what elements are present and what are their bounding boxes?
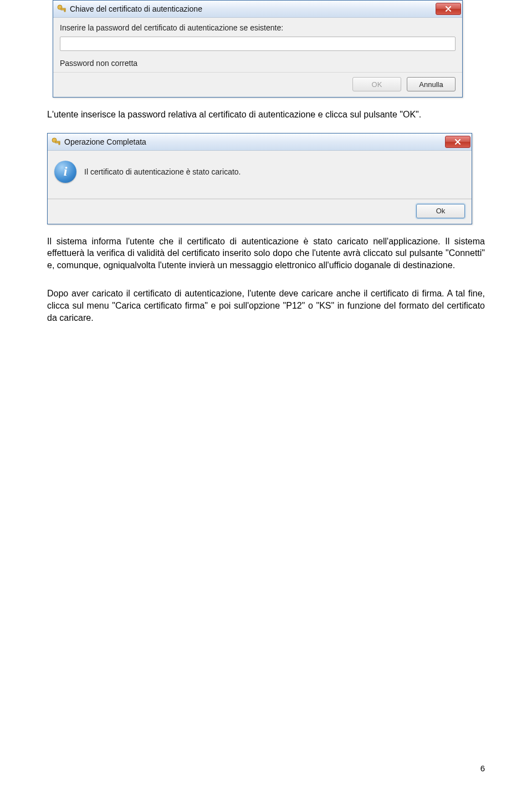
svg-rect-2 [64,10,65,12]
cancel-button[interactable]: Annulla [407,77,456,91]
dialog-footer: OK Annulla [53,72,462,97]
info-message: Il certificato di autenticazione è stato… [84,167,241,176]
body-paragraph-1: L'utente inserisce la password relativa … [47,109,485,121]
close-button[interactable] [436,3,461,15]
titlebar: Operazione Completata [48,134,472,151]
info-dialog: Operazione Completata i Il certificato d… [47,133,472,224]
key-icon [51,137,61,147]
body-paragraph-2: Il sistema informa l'utente che il certi… [47,235,485,272]
page-number: 6 [480,764,485,773]
ok-button[interactable]: Ok [416,204,465,218]
error-message: Password non corretta [60,59,456,68]
dialog-title: Operazione Completata [64,137,445,146]
password-input[interactable] [60,37,456,51]
dialog-footer: Ok [48,199,472,224]
key-icon [57,4,66,14]
close-button[interactable] [445,136,470,148]
titlebar: Chiave del certificato di autenticazione [53,1,462,18]
info-icon: i [54,161,76,183]
prompt-label: Inserire la password del certificato di … [60,23,456,32]
ok-button[interactable]: OK [352,77,401,91]
dialog-body: Inserire la password del certificato di … [53,18,462,72]
body-paragraph-3: Dopo aver caricato il certificato di aut… [47,288,485,324]
svg-rect-5 [59,143,60,145]
dialog-body: i Il certificato di autenticazione è sta… [48,151,472,199]
dialog-title: Chiave del certificato di autenticazione [70,4,436,13]
password-dialog: Chiave del certificato di autenticazione… [53,0,463,98]
